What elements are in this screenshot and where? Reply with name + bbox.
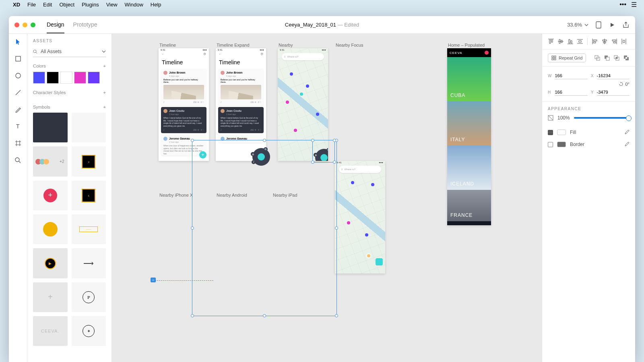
rectangle-tool[interactable] <box>14 55 22 63</box>
border-label: Border <box>570 142 584 147</box>
symbol[interactable] <box>72 113 106 142</box>
menu-help[interactable]: Help <box>151 2 161 8</box>
svg-rect-10 <box>554 56 556 58</box>
svg-line-6 <box>19 161 21 163</box>
align-vcenter-icon[interactable] <box>557 38 564 45</box>
repeat-grid-button[interactable]: Repeat Grid <box>548 53 586 62</box>
ellipse-tool[interactable] <box>14 72 22 80</box>
x-input[interactable] <box>597 72 630 79</box>
align-top-icon[interactable] <box>548 38 554 45</box>
text-tool[interactable]: T <box>14 122 22 130</box>
add-color[interactable]: + <box>103 64 106 68</box>
menu-object[interactable]: Object <box>59 2 74 8</box>
border-checkbox[interactable] <box>548 142 553 147</box>
tool-rail: T <box>9 34 27 362</box>
symbol[interactable]: ▶ <box>33 248 68 278</box>
line-tool[interactable] <box>14 88 22 97</box>
opacity-slider[interactable] <box>574 117 630 119</box>
width-input[interactable] <box>555 72 587 79</box>
play-icon[interactable] <box>609 21 616 29</box>
boolean-subtract-icon[interactable] <box>604 55 610 61</box>
swatch[interactable] <box>33 72 45 84</box>
overflow-icon[interactable]: ••• <box>619 1 626 8</box>
eyedropper-icon[interactable] <box>624 142 630 147</box>
symbol[interactable]: › <box>72 146 106 176</box>
chevron-down-icon[interactable] <box>102 49 106 53</box>
symbol[interactable]: CEEVA. <box>33 316 68 346</box>
device-preview-icon[interactable] <box>595 21 602 29</box>
menu-window[interactable]: Window <box>125 2 143 8</box>
svg-rect-0 <box>596 22 601 28</box>
menu-plugins[interactable]: Plugins <box>82 2 99 8</box>
assets-panel: ASSETS All Assets Colors+ Character Styl… <box>27 34 112 362</box>
window-close[interactable] <box>14 23 19 27</box>
distribute-h-icon[interactable] <box>621 38 627 45</box>
symbol[interactable]: P <box>72 282 106 312</box>
menu-file[interactable]: File <box>27 2 36 8</box>
align-right-icon[interactable] <box>611 38 617 45</box>
fill-chip[interactable] <box>557 130 566 135</box>
artboard-home[interactable]: CEEVA CUBA ITALY ICELAND FRANCE <box>447 48 491 225</box>
eyedropper-icon[interactable] <box>624 130 630 135</box>
symbol[interactable]: +2 <box>33 146 68 176</box>
menu-view[interactable]: View <box>106 2 118 8</box>
artboard-label[interactable]: Nearby <box>279 43 293 47</box>
align-bottom-icon[interactable] <box>567 38 574 45</box>
rotate-icon[interactable] <box>619 82 623 86</box>
assets-search[interactable]: All Assets <box>33 47 106 57</box>
list-icon[interactable]: ☰ <box>631 1 637 8</box>
boolean-exclude-icon[interactable] <box>623 55 630 61</box>
swatch[interactable] <box>60 72 72 84</box>
select-tool[interactable] <box>14 38 22 46</box>
canvas[interactable]: Timeline Timeline Expand Nearby Nearby F… <box>112 34 542 362</box>
artboard-label[interactable]: Nearby iPhone X <box>159 193 193 197</box>
tab-prototype[interactable]: Prototype <box>73 16 97 33</box>
symbol[interactable]: ‹ <box>72 181 106 210</box>
artboard-label[interactable]: Nearby Focus <box>336 43 363 47</box>
boolean-add-icon[interactable] <box>594 55 601 61</box>
border-chip[interactable] <box>557 142 566 147</box>
add-symbol[interactable]: + <box>103 105 106 109</box>
swatch[interactable] <box>47 72 59 84</box>
menu-app[interactable]: XD <box>13 2 20 8</box>
tab-design[interactable]: Design <box>47 16 64 33</box>
artboard-label[interactable]: Timeline Expand <box>217 43 250 47</box>
zoom-dropdown[interactable]: 33.6% <box>567 22 588 28</box>
svg-rect-11 <box>552 58 553 60</box>
window-maximize[interactable] <box>31 23 35 27</box>
boolean-intersect-icon[interactable] <box>613 55 620 61</box>
align-hcenter-icon[interactable] <box>601 38 608 45</box>
artboard-tool[interactable] <box>14 139 22 147</box>
charstyles-heading: Character Styles <box>33 90 66 95</box>
assets-title: ASSETS <box>33 39 106 43</box>
fill-checkbox[interactable]: ➖ <box>548 130 553 135</box>
align-left-icon[interactable] <box>592 38 598 45</box>
colors-heading: Colors <box>33 64 46 68</box>
symbol[interactable] <box>33 113 68 142</box>
opacity-value: 100% <box>557 115 570 121</box>
artboard-nearby-focus[interactable]: 9:41●●● ≡Where to? <box>335 161 385 274</box>
height-input[interactable] <box>555 89 587 96</box>
symbol[interactable]: + <box>33 181 68 210</box>
svg-line-8 <box>36 52 37 53</box>
symbol[interactable]: —— <box>72 214 106 244</box>
selection-box[interactable] <box>192 140 337 316</box>
share-icon[interactable] <box>622 21 630 29</box>
artboard-label[interactable]: Timeline <box>159 43 176 47</box>
y-input[interactable] <box>597 89 630 96</box>
symbol[interactable]: + <box>33 282 68 312</box>
add-charstyle[interactable]: + <box>103 90 106 95</box>
symbols-grid: +2 › + ‹ —— ▶ ⟶ + P CEEVA. ✦ <box>33 113 106 346</box>
pen-tool[interactable] <box>14 105 22 113</box>
symbol[interactable] <box>33 214 68 244</box>
swatch[interactable] <box>88 72 100 84</box>
artboard-label[interactable]: Home – Populated <box>448 43 485 47</box>
window-minimize[interactable] <box>23 23 27 27</box>
zoom-tool[interactable] <box>14 156 22 164</box>
symbol[interactable]: ✦ <box>72 316 106 346</box>
distribute-v-icon[interactable] <box>577 38 583 45</box>
swatch[interactable] <box>74 72 86 84</box>
svg-point-7 <box>33 50 36 53</box>
symbol[interactable]: ⟶ <box>72 248 106 278</box>
menu-edit[interactable]: Edit <box>43 2 52 8</box>
